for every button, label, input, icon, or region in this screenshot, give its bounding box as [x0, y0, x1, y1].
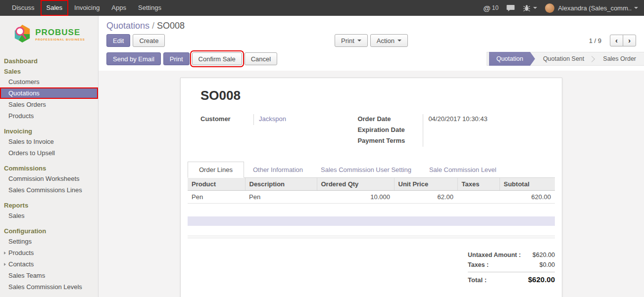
- menu-sales[interactable]: Sales: [41, 0, 69, 16]
- table-header-row: Product Description Ordered Qty Unit Pri…: [188, 178, 555, 191]
- cell-ordered-qty: 10.000: [317, 191, 394, 204]
- customer-value-link[interactable]: Jackspon: [254, 114, 286, 125]
- breadcrumb-separator: /: [149, 21, 157, 31]
- form-view: SO008 Customer Jackspon Order Date 04/20: [99, 71, 644, 297]
- chevron-right-icon: ›: [628, 36, 631, 44]
- tab-sales-commission-user-setting[interactable]: Sales Commission User Setting: [312, 162, 420, 177]
- confirm-sale-button[interactable]: Confirm Sale: [192, 52, 242, 65]
- payment-terms-field-row: Payment Terms: [357, 136, 542, 147]
- tab-order-lines[interactable]: Order Lines: [188, 162, 244, 178]
- sidebar-item-commission-worksheets[interactable]: Commission Worksheets: [0, 173, 98, 184]
- breadcrumb: Quotations / SO008: [99, 16, 644, 33]
- sidebar-item-orders-to-upsell[interactable]: Orders to Upsell: [0, 147, 98, 159]
- menu-discuss[interactable]: Discuss: [6, 0, 41, 16]
- main-content: Quotations / SO008 Edit Create Print Act…: [99, 16, 644, 297]
- status-step-quotation[interactable]: Quotation: [489, 52, 535, 66]
- sidebar-item-sales-commission-levels[interactable]: Sales Commission Levels: [0, 281, 98, 293]
- messages-button[interactable]: [506, 4, 515, 12]
- print-button[interactable]: Print: [163, 52, 190, 65]
- action-menu-button[interactable]: Action: [370, 34, 408, 47]
- pager: 1 / 9 ‹ ›: [459, 35, 636, 46]
- col-subtotal: Subtotal: [499, 178, 555, 191]
- status-step-sales-order[interactable]: Sales Order: [595, 52, 644, 65]
- sidebar-section-dashboard[interactable]: Dashboard: [0, 55, 98, 66]
- control-panel: Quotations / SO008 Edit Create Print Act…: [99, 16, 644, 71]
- sidebar-item-sales-orders[interactable]: Sales Orders: [0, 99, 98, 110]
- sidebar-item-quotations[interactable]: Quotations: [0, 87, 98, 99]
- caret-down-icon: [533, 7, 537, 9]
- menu-apps[interactable]: Apps: [105, 0, 132, 16]
- order-date-value: 04/20/2017 10:30:43: [423, 114, 487, 125]
- table-row[interactable]: Pen Pen 10.000 62.00 620.00: [188, 191, 555, 204]
- taxes-value: $0.00: [540, 261, 555, 268]
- top-menu: Discuss Sales Invoicing Apps Settings: [0, 0, 167, 16]
- empty-list-row: [188, 216, 555, 226]
- totals-block: Untaxed Amount : $620.00 Taxes : $0.00 T…: [468, 250, 555, 285]
- tab-other-information[interactable]: Other Information: [244, 162, 312, 177]
- menu-invoicing[interactable]: Invoicing: [68, 0, 105, 16]
- menu-settings[interactable]: Settings: [132, 0, 167, 16]
- col-description: Description: [245, 178, 317, 191]
- document-sheet: SO008 Customer Jackspon Order Date 04/20: [180, 78, 562, 297]
- sidebar-item-customers[interactable]: Customers: [0, 76, 98, 87]
- notebook-tabs: Order Lines Other Information Sales Comm…: [188, 162, 555, 178]
- print-menu-button[interactable]: Print: [335, 34, 368, 47]
- chat-bubble-icon: [506, 4, 515, 12]
- expand-arrow-icon: [4, 263, 6, 266]
- sidebar-section-invoicing[interactable]: Invoicing: [0, 126, 98, 136]
- sidebar: PROBUSE PROFESSIONAL BUSINESS Dashboard …: [0, 16, 99, 297]
- untaxed-amount-value: $620.00: [533, 252, 555, 258]
- logo-icon: [13, 24, 32, 44]
- at-icon: @: [483, 4, 491, 12]
- sidebar-item-sales-to-invoice[interactable]: Sales to Invoice: [0, 136, 98, 147]
- print-menu-label: Print: [341, 37, 354, 44]
- total-row: Total : $620.00: [468, 272, 555, 285]
- customer-label: Customer: [200, 114, 254, 125]
- systray: @ 10 Alexandra (Sales_comm..: [475, 0, 644, 16]
- create-button[interactable]: Create: [133, 34, 165, 47]
- pager-prev-button[interactable]: ‹: [610, 35, 623, 46]
- debug-menu-button[interactable]: [523, 4, 537, 12]
- sidebar-item-config-products[interactable]: Products: [0, 247, 98, 258]
- pager-next-button[interactable]: ›: [623, 35, 636, 46]
- breadcrumb-parent-link[interactable]: Quotations: [106, 21, 149, 31]
- expiration-date-value: [423, 125, 428, 136]
- edit-button[interactable]: Edit: [106, 34, 130, 47]
- cell-product: Pen: [188, 191, 245, 204]
- form-header-row: Send by Email Print Confirm Sale Cancel …: [99, 50, 644, 71]
- logo-text: PROBUSE PROFESSIONAL BUSINESS: [35, 28, 85, 41]
- sidebar-item-sales-teams[interactable]: Sales Teams: [0, 270, 98, 281]
- mentions-button[interactable]: @ 10: [483, 4, 498, 12]
- sidebar-item-reports-sales[interactable]: Sales: [0, 210, 98, 221]
- sidebar-section-reports[interactable]: Reports: [0, 200, 98, 210]
- col-unit-price: Unit Price: [394, 178, 457, 191]
- sidebar-item-config-contacts[interactable]: Contacts: [0, 258, 98, 270]
- tab-sale-commission-level[interactable]: Sale Commission Level: [420, 162, 505, 177]
- breadcrumb-current: SO008: [157, 21, 185, 31]
- sidebar-item-products[interactable]: Products: [0, 110, 98, 122]
- user-menu[interactable]: Alexandra (Sales_comm..: [545, 3, 638, 13]
- cancel-button[interactable]: Cancel: [245, 52, 277, 65]
- sidebar-section-configuration[interactable]: Configuration: [0, 225, 98, 236]
- sidebar-section-commissions[interactable]: Commissions: [0, 163, 98, 173]
- col-product: Product: [188, 178, 245, 191]
- expiration-date-field-row: Expiration Date: [357, 125, 542, 136]
- left-field-group: Customer Jackspon: [200, 114, 357, 147]
- sidebar-item-settings[interactable]: Settings: [0, 236, 98, 247]
- main-layout: PROBUSE PROFESSIONAL BUSINESS Dashboard …: [0, 16, 644, 297]
- cell-unit-price: 62.00: [394, 191, 457, 204]
- avatar: [545, 3, 554, 13]
- sidebar-section-sales[interactable]: Sales: [0, 66, 98, 76]
- col-ordered-qty: Ordered Qty: [317, 178, 394, 191]
- sidebar-item-sales-commissions-lines[interactable]: Sales Commissions Lines: [0, 184, 98, 196]
- cell-description: Pen: [245, 191, 317, 204]
- right-field-group: Order Date 04/20/2017 10:30:43 Expiratio…: [357, 114, 542, 147]
- field-groups: Customer Jackspon Order Date 04/20/2017 …: [200, 114, 542, 147]
- payment-terms-value: [423, 136, 428, 147]
- cp-left-zone: Edit Create: [106, 34, 283, 47]
- workflow-buttons: Send by Email Print Confirm Sale Cancel: [106, 52, 277, 65]
- status-step-quotation-sent[interactable]: Quotation Sent: [535, 52, 592, 65]
- mention-count-badge: 10: [492, 4, 498, 11]
- taxes-label: Taxes :: [468, 261, 489, 268]
- send-by-email-button[interactable]: Send by Email: [106, 52, 161, 65]
